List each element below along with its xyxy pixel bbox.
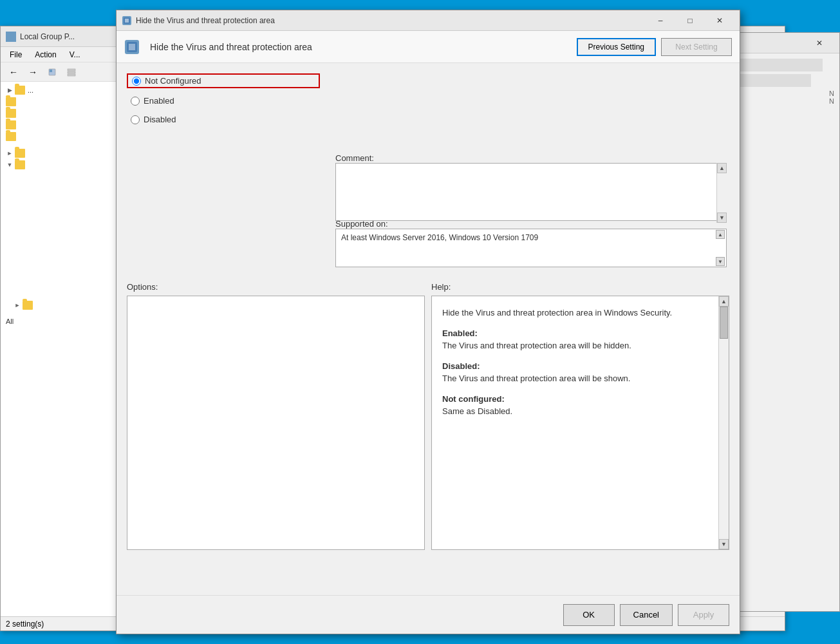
dialog-title: Hide the Virus and threat protection are…: [136, 16, 646, 25]
dialog-header-icon: [124, 39, 140, 55]
tree-label-1: ...: [28, 86, 33, 94]
comment-label: Comment:: [335, 153, 374, 163]
supported-label: Supported on:: [335, 219, 388, 229]
bg-tree: ▶ ... ► ▼: [1, 82, 117, 628]
cancel-button[interactable]: Cancel: [620, 604, 673, 626]
dialog-titlebar-icon: [122, 15, 132, 26]
enabled-option[interactable]: Enabled: [127, 95, 320, 107]
disabled-radio[interactable]: [131, 115, 140, 124]
svg-rect-1: [50, 70, 52, 72]
help-scroll-up[interactable]: ▲: [719, 296, 729, 307]
help-line2: Enabled:: [442, 328, 478, 338]
tree-item-4[interactable]: [3, 119, 113, 131]
help-scroll-thumb: [720, 307, 728, 339]
tree-item-7[interactable]: ▼: [3, 159, 113, 171]
bg-window-icon: [6, 32, 16, 42]
bg2-close-button[interactable]: ✕: [805, 34, 834, 52]
comment-scroll-up[interactable]: ▲: [717, 163, 727, 173]
toolbar-back-button[interactable]: ←: [5, 64, 23, 80]
radio-section: Not Configured Enabled Disabled: [127, 73, 320, 126]
folder-icon-4: [6, 120, 16, 129]
dialog-header-buttons: Previous Setting Next Setting: [577, 38, 732, 56]
prev-setting-button[interactable]: Previous Setting: [577, 38, 656, 56]
dialog-minimize-button[interactable]: –: [646, 12, 675, 30]
expand-icon-6: ►: [6, 149, 14, 157]
svg-rect-4: [68, 74, 75, 76]
folder-icon-5: [6, 132, 16, 141]
comment-scroll-track[interactable]: [717, 173, 727, 213]
folder-icon-7: [15, 160, 25, 169]
comment-section: Comment: ▲ ▼: [335, 153, 727, 223]
folder-icon-6: [15, 149, 25, 158]
dialog-titlebar: Hide the Virus and threat protection are…: [117, 10, 740, 31]
expand-icon-1: ▶: [6, 86, 14, 94]
supported-scroll-up[interactable]: ▲: [716, 230, 725, 239]
tree-item-1[interactable]: ▶ ...: [3, 84, 113, 96]
dialog-body: Not Configured Enabled Disabled Comment:…: [117, 63, 740, 595]
tree-label-all: All: [6, 317, 14, 325]
help-scroll-track[interactable]: [719, 307, 729, 539]
tree-item-2[interactable]: [3, 96, 113, 108]
help-label: Help:: [431, 282, 729, 292]
help-line7: Same as Disabled.: [442, 406, 512, 416]
next-setting-button: Next Setting: [661, 38, 732, 56]
tree-item-3[interactable]: [3, 108, 113, 119]
expand-icon-7: ▼: [6, 161, 14, 169]
help-text: Hide the Virus and threat protection are…: [442, 307, 718, 418]
folder-icon-8: [23, 301, 33, 310]
dialog-header-title: Hide the Virus and threat protection are…: [150, 42, 570, 52]
help-line6: Not configured:: [442, 394, 505, 404]
svg-rect-3: [68, 71, 75, 73]
ok-button[interactable]: OK: [563, 604, 615, 626]
svg-rect-2: [68, 69, 75, 71]
folder-icon-3: [6, 109, 16, 118]
enabled-radio[interactable]: [131, 97, 140, 106]
menu-view[interactable]: V...: [64, 49, 86, 61]
tree-item-9[interactable]: All: [3, 316, 113, 327]
tree-item-5[interactable]: [3, 131, 113, 142]
not-configured-option[interactable]: Not Configured: [127, 73, 320, 88]
help-line3: The Virus and threat protection area wil…: [442, 341, 631, 350]
help-line1: Hide the Virus and threat protection are…: [442, 308, 672, 317]
options-label: Options:: [127, 282, 425, 292]
apply-button[interactable]: Apply: [678, 604, 729, 626]
help-line5: The Virus and threat protection area wil…: [442, 374, 630, 383]
supported-section: Supported on: At least Windows Server 20…: [335, 219, 727, 267]
main-dialog: Hide the Virus and threat protection are…: [116, 10, 740, 634]
dialog-footer: OK Cancel Apply: [117, 595, 740, 634]
tree-item-8[interactable]: ►: [3, 299, 113, 311]
disabled-label: Disabled: [144, 115, 176, 124]
help-scrollbar: ▲ ▼: [718, 296, 729, 549]
help-line4: Disabled:: [442, 361, 480, 371]
supported-scroll-down[interactable]: ▼: [716, 257, 725, 266]
svg-rect-7: [125, 19, 129, 23]
comment-textarea[interactable]: [335, 163, 727, 221]
folder-icon-2: [6, 97, 16, 106]
toolbar-up-button[interactable]: [43, 64, 61, 80]
toolbar-view-button[interactable]: [62, 64, 80, 80]
options-panel: Options:: [127, 282, 425, 550]
status-text: 2 setting(s): [6, 620, 44, 629]
folder-icon-1: [15, 86, 25, 95]
expand-icon-8: ►: [14, 301, 21, 309]
options-content: [127, 296, 425, 550]
help-scroll-down[interactable]: ▼: [719, 539, 729, 549]
enabled-label: Enabled: [144, 96, 174, 106]
disabled-option[interactable]: Disabled: [127, 113, 320, 126]
dialog-controls: – □ ✕: [646, 12, 734, 30]
options-help-section: Options: Help: Hide the Virus and threat…: [127, 282, 729, 550]
dialog-close-button[interactable]: ✕: [705, 12, 734, 30]
not-configured-radio[interactable]: [132, 77, 141, 86]
not-configured-label: Not Configured: [145, 76, 201, 86]
menu-file[interactable]: File: [5, 49, 27, 61]
supported-box: At least Windows Server 2016, Windows 10…: [335, 229, 727, 267]
supported-value: At least Windows Server 2016, Windows 10…: [341, 233, 721, 242]
dialog-maximize-button[interactable]: □: [675, 12, 705, 30]
help-content: Hide the Virus and threat protection are…: [431, 296, 729, 550]
comment-scrollbar: ▲ ▼: [716, 163, 727, 223]
help-panel: Help: Hide the Virus and threat protecti…: [431, 282, 729, 550]
tree-item-6[interactable]: ►: [3, 147, 113, 159]
toolbar-forward-button[interactable]: →: [24, 64, 42, 80]
dialog-header: Hide the Virus and threat protection are…: [117, 31, 740, 63]
menu-action[interactable]: Action: [30, 49, 61, 61]
